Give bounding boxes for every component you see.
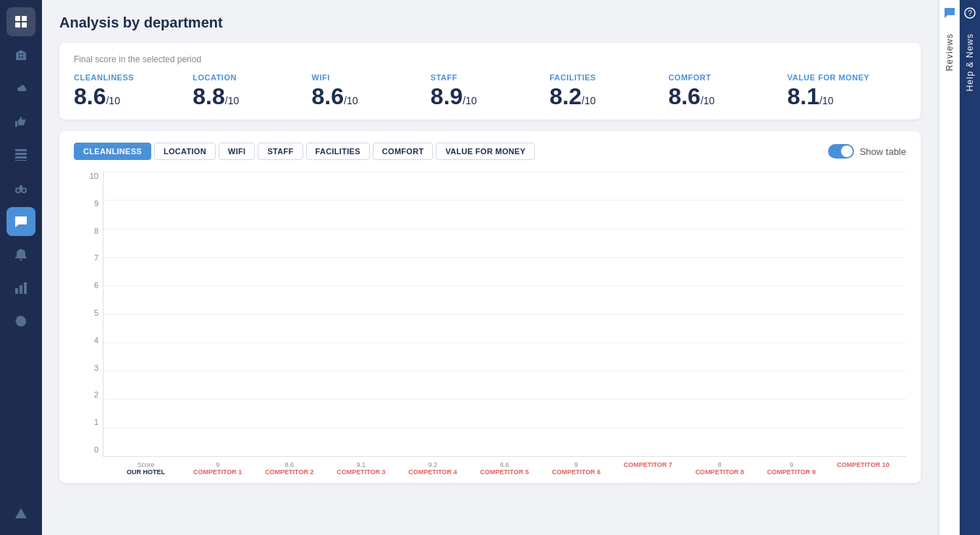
tab-comfort[interactable]: COMFORT bbox=[373, 143, 434, 160]
y-label: 1 bbox=[94, 418, 98, 426]
sidebar-icon-chat[interactable] bbox=[7, 207, 35, 236]
help-news-tab[interactable]: Help & News bbox=[965, 29, 975, 96]
svg-point-12 bbox=[22, 189, 25, 192]
y-label: 9 bbox=[94, 199, 98, 208]
score-item-staff: STAFF 8.9/10 bbox=[431, 73, 549, 108]
x-label-3: 9.1COMPETITOR 3 bbox=[325, 461, 397, 476]
score-denom: /10 bbox=[819, 95, 833, 106]
score-label: WIFI bbox=[312, 73, 431, 82]
score-subtitle: Final score in the selected period bbox=[74, 54, 906, 64]
score-label: COMFORT bbox=[668, 73, 787, 82]
y-label: 3 bbox=[94, 363, 98, 372]
sidebar-icon-table[interactable] bbox=[7, 140, 35, 169]
help-icon: ? bbox=[964, 0, 976, 29]
chart-inner: ScoreOUR HOTEL9COMPETITOR 18.6COMPETITOR… bbox=[103, 172, 906, 476]
x-label-6: 9COMPETITOR 6 bbox=[541, 461, 612, 476]
svg-rect-10 bbox=[20, 185, 22, 190]
score-denom: /10 bbox=[582, 95, 596, 106]
tab-cleanliness[interactable]: CLEANLINESS bbox=[74, 143, 151, 160]
show-table-label: Show table bbox=[860, 146, 906, 157]
y-label: 6 bbox=[94, 281, 98, 290]
score-denom: /10 bbox=[462, 95, 476, 106]
svg-rect-7 bbox=[15, 160, 27, 161]
y-label: 0 bbox=[94, 445, 98, 454]
score-label: LOCATION bbox=[193, 73, 311, 82]
svg-rect-1 bbox=[22, 16, 27, 21]
score-value: 8.6/10 bbox=[74, 85, 193, 108]
score-value: 8.2/10 bbox=[549, 85, 668, 108]
sidebar bbox=[0, 0, 42, 535]
score-card: Final score in the selected period CLEAN… bbox=[59, 43, 921, 119]
page-title: Analysis by department bbox=[59, 14, 921, 31]
svg-point-11 bbox=[17, 189, 20, 192]
show-table-toggle[interactable] bbox=[828, 144, 854, 159]
tab-wifi[interactable]: WIFI bbox=[219, 143, 255, 160]
sidebar-icon-thumbs-up[interactable] bbox=[7, 107, 35, 136]
score-label: FACILITIES bbox=[549, 73, 668, 82]
sidebar-icon-gear[interactable] bbox=[7, 307, 35, 336]
y-label: 7 bbox=[94, 253, 98, 262]
svg-rect-4 bbox=[15, 149, 27, 151]
score-label: STAFF bbox=[431, 73, 549, 82]
score-denom: /10 bbox=[344, 95, 358, 106]
x-label-8: 8COMPETITOR 8 bbox=[684, 461, 756, 476]
y-label: 5 bbox=[94, 308, 98, 317]
score-denom: /10 bbox=[701, 95, 714, 106]
score-item-value-for-money: VALUE FOR MONEY 8.1/10 bbox=[787, 73, 906, 108]
score-value: 8.6/10 bbox=[312, 85, 431, 108]
svg-rect-14 bbox=[20, 285, 22, 294]
right-panels: Reviews ? Help & News bbox=[938, 0, 980, 535]
svg-rect-13 bbox=[15, 288, 18, 294]
x-label-7: COMPETITOR 7 bbox=[612, 461, 684, 476]
bars-area bbox=[103, 172, 906, 457]
x-label-9: 9COMPETITOR 9 bbox=[756, 461, 827, 476]
tab-location[interactable]: LOCATION bbox=[154, 143, 216, 160]
svg-rect-2 bbox=[15, 22, 20, 28]
score-item-location: LOCATION 8.8/10 bbox=[193, 73, 311, 108]
tab-bar-right: Show table bbox=[828, 144, 906, 159]
scores-row: CLEANLINESS 8.6/10 LOCATION 8.8/10 WIFI … bbox=[74, 73, 906, 108]
svg-rect-15 bbox=[24, 282, 27, 294]
score-denom: /10 bbox=[106, 95, 119, 106]
tab-staff[interactable]: STAFF bbox=[258, 143, 303, 160]
x-label-5: 8.6COMPETITOR 5 bbox=[468, 461, 540, 476]
svg-marker-16 bbox=[15, 508, 27, 518]
x-label-4: 9.2COMPETITOR 4 bbox=[397, 461, 468, 476]
sidebar-icon-bar-chart[interactable] bbox=[7, 274, 35, 303]
y-axis: 012345678910 bbox=[74, 172, 103, 454]
sidebar-icon-grid[interactable] bbox=[7, 7, 35, 36]
tab-value-for-money[interactable]: VALUE FOR MONEY bbox=[436, 143, 535, 160]
x-label-2: 8.6COMPETITOR 2 bbox=[253, 461, 325, 476]
main-content: Analysis by department Final score in th… bbox=[42, 0, 938, 535]
svg-rect-5 bbox=[15, 153, 27, 155]
sidebar-icon-bell[interactable] bbox=[7, 240, 35, 269]
sidebar-icon-hotel[interactable] bbox=[7, 41, 35, 69]
sidebar-icon-cloud[interactable] bbox=[7, 74, 35, 103]
chart-container: 012345678910 ScoreOUR HOTEL9COMPETITOR 1… bbox=[74, 172, 906, 476]
sidebar-icon-binoculars[interactable] bbox=[7, 174, 35, 203]
svg-rect-6 bbox=[15, 156, 27, 159]
content-area: Analysis by department Final score in th… bbox=[42, 0, 938, 535]
x-labels: ScoreOUR HOTEL9COMPETITOR 18.6COMPETITOR… bbox=[103, 461, 906, 476]
score-item-comfort: COMFORT 8.6/10 bbox=[668, 73, 787, 108]
svg-rect-3 bbox=[22, 22, 27, 28]
reviews-column: Reviews bbox=[939, 0, 960, 535]
chart-card: CLEANLINESSLOCATIONWIFISTAFFFACILITIESCO… bbox=[59, 131, 921, 483]
tab-facilities[interactable]: FACILITIES bbox=[306, 143, 370, 160]
score-value: 8.1/10 bbox=[787, 85, 906, 108]
score-value: 8.9/10 bbox=[431, 85, 549, 108]
score-label: CLEANLINESS bbox=[74, 73, 193, 82]
score-label: VALUE FOR MONEY bbox=[787, 73, 906, 82]
score-item-cleanliness: CLEANLINESS 8.6/10 bbox=[74, 73, 193, 108]
y-label: 8 bbox=[94, 227, 98, 235]
y-label: 4 bbox=[94, 336, 98, 345]
reviews-icon bbox=[944, 0, 955, 29]
y-label: 10 bbox=[90, 172, 98, 180]
svg-text:?: ? bbox=[968, 9, 972, 17]
tab-bar: CLEANLINESSLOCATIONWIFISTAFFFACILITIESCO… bbox=[74, 143, 906, 160]
reviews-tab[interactable]: Reviews bbox=[945, 29, 955, 75]
score-denom: /10 bbox=[225, 95, 239, 106]
score-value: 8.6/10 bbox=[668, 85, 787, 108]
sidebar-icon-logo[interactable] bbox=[7, 499, 35, 528]
score-item-facilities: FACILITIES 8.2/10 bbox=[549, 73, 668, 108]
